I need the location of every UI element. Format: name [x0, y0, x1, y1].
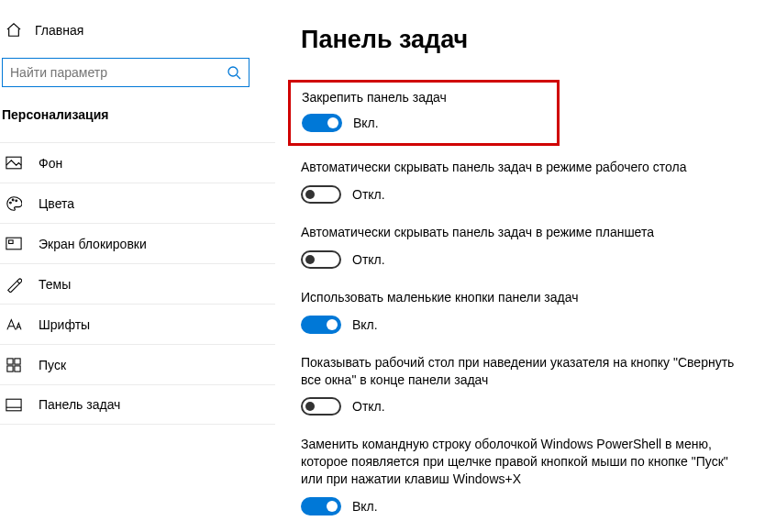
setting-peek-desktop: Показывать рабочий стол при наведении ук…	[301, 354, 747, 416]
sidebar-item-label: Фон	[39, 156, 62, 171]
sidebar-item-themes[interactable]: Темы	[0, 263, 275, 304]
toggle-state: Откл.	[352, 399, 385, 414]
themes-icon	[6, 276, 22, 293]
sidebar: Главная Персонализация Фон Цвета	[0, 0, 275, 532]
setting-autohide-tablet: Автоматически скрывать панель задач в ре…	[301, 224, 747, 269]
search-input-container[interactable]	[2, 58, 249, 87]
toggle-small-buttons[interactable]	[301, 316, 341, 334]
highlighted-setting: Закрепить панель задач Вкл.	[288, 80, 560, 146]
svg-point-3	[12, 199, 14, 201]
setting-title: Автоматически скрывать панель задач в ре…	[301, 224, 747, 241]
setting-title: Заменить командную строку оболочкой Wind…	[301, 436, 747, 488]
category-header: Персонализация	[0, 107, 275, 142]
sidebar-item-label: Панель задач	[39, 397, 120, 412]
toggle-state: Вкл.	[353, 116, 379, 130]
main-content: Панель задач Закрепить панель задач Вкл.…	[275, 0, 765, 532]
setting-powershell: Заменить командную строку оболочкой Wind…	[301, 436, 747, 515]
setting-title: Автоматически скрывать панель задач в ре…	[301, 159, 747, 176]
sidebar-item-colors[interactable]: Цвета	[0, 183, 275, 223]
setting-autohide-desktop: Автоматически скрывать панель задач в ре…	[301, 159, 747, 204]
sidebar-item-taskbar[interactable]: Панель задач	[0, 384, 275, 425]
svg-rect-6	[9, 240, 14, 244]
toggle-state: Откл.	[352, 252, 385, 267]
search-input[interactable]	[10, 65, 227, 80]
svg-rect-9	[7, 365, 13, 371]
sidebar-item-lockscreen[interactable]: Экран блокировки	[0, 223, 275, 263]
svg-point-2	[10, 202, 12, 204]
home-icon	[6, 23, 22, 38]
svg-rect-11	[6, 399, 21, 411]
sidebar-item-label: Цвета	[39, 196, 74, 211]
sidebar-item-label: Пуск	[39, 358, 66, 372]
toggle-peek-desktop[interactable]	[301, 397, 341, 416]
svg-rect-7	[7, 358, 13, 363]
svg-point-0	[228, 67, 238, 76]
home-label: Главная	[35, 23, 83, 38]
setting-small-buttons: Использовать маленькие кнопки панели зад…	[301, 289, 747, 334]
sidebar-item-label: Шрифты	[39, 317, 90, 332]
sidebar-item-fonts[interactable]: Шрифты	[0, 304, 275, 344]
toggle-state: Вкл.	[352, 317, 378, 332]
toggle-powershell[interactable]	[301, 497, 341, 515]
setting-title: Закрепить панель задач	[302, 90, 447, 105]
setting-title: Показывать рабочий стол при наведении ук…	[301, 354, 747, 389]
sidebar-item-background[interactable]: Фон	[0, 142, 275, 183]
page-title: Панель задач	[301, 26, 747, 54]
toggle-state: Вкл.	[352, 499, 378, 514]
svg-rect-8	[15, 358, 20, 363]
toggle-autohide-tablet[interactable]	[301, 250, 341, 269]
search-icon	[227, 65, 241, 80]
sidebar-item-label: Экран блокировки	[39, 237, 147, 251]
lockscreen-icon	[6, 236, 22, 252]
toggle-autohide-desktop[interactable]	[301, 185, 341, 204]
sidebar-item-start[interactable]: Пуск	[0, 344, 275, 384]
palette-icon	[6, 195, 22, 212]
taskbar-icon	[6, 396, 22, 413]
fonts-icon	[6, 316, 22, 333]
setting-title: Использовать маленькие кнопки панели зад…	[301, 289, 747, 306]
toggle-lock-taskbar[interactable]	[302, 114, 342, 132]
picture-icon	[6, 155, 22, 172]
svg-rect-10	[15, 365, 20, 371]
svg-point-4	[16, 199, 17, 201]
home-link[interactable]: Главная	[0, 23, 275, 58]
toggle-state: Откл.	[352, 187, 385, 202]
sidebar-item-label: Темы	[39, 277, 71, 292]
start-icon	[6, 357, 22, 373]
